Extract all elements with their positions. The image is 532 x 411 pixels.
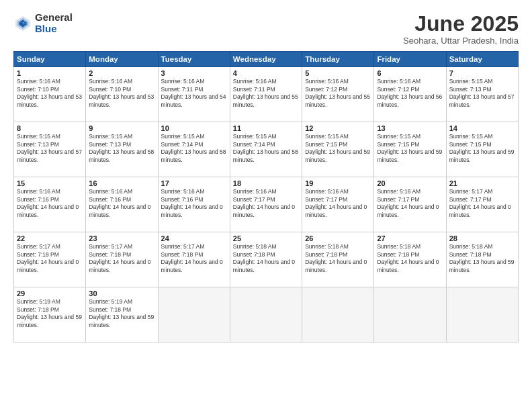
day-info: Sunrise: 5:16 AM Sunset: 7:16 PM Dayligh… [161, 188, 227, 219]
calendar-week-4: 22 Sunrise: 5:17 AM Sunset: 7:18 PM Dayl… [14, 232, 519, 287]
header-sunday: Sunday [14, 52, 86, 67]
day-info: Sunrise: 5:15 AM Sunset: 7:15 PM Dayligh… [377, 133, 443, 164]
empty-cell [446, 287, 518, 342]
day-cell-21: 21 Sunrise: 5:17 AM Sunset: 7:17 PM Dayl… [446, 177, 518, 232]
day-number: 17 [161, 179, 227, 187]
day-number: 25 [233, 234, 299, 242]
day-number: 1 [17, 69, 83, 77]
logo-blue: Blue [35, 24, 73, 35]
day-number: 28 [449, 234, 515, 242]
calendar-week-3: 15 Sunrise: 5:16 AM Sunset: 7:16 PM Dayl… [14, 177, 519, 232]
day-number: 19 [305, 179, 371, 187]
day-cell-19: 19 Sunrise: 5:16 AM Sunset: 7:17 PM Dayl… [302, 177, 374, 232]
empty-cell [230, 287, 302, 342]
day-cell-11: 11 Sunrise: 5:15 AM Sunset: 7:14 PM Dayl… [230, 122, 302, 177]
empty-cell [158, 287, 230, 342]
header-monday: Monday [86, 52, 158, 67]
day-number: 8 [17, 124, 83, 132]
day-cell-26: 26 Sunrise: 5:18 AM Sunset: 7:18 PM Dayl… [302, 232, 374, 287]
day-info: Sunrise: 5:16 AM Sunset: 7:10 PM Dayligh… [17, 78, 83, 109]
day-cell-7: 7 Sunrise: 5:15 AM Sunset: 7:13 PM Dayli… [446, 67, 518, 122]
day-number: 30 [89, 289, 154, 298]
header-thursday: Thursday [302, 52, 374, 67]
calendar-week-2: 8 Sunrise: 5:15 AM Sunset: 7:13 PM Dayli… [14, 122, 519, 177]
day-info: Sunrise: 5:16 AM Sunset: 7:17 PM Dayligh… [233, 188, 299, 219]
day-number: 18 [233, 179, 299, 187]
day-number: 24 [161, 234, 227, 242]
day-info: Sunrise: 5:15 AM Sunset: 7:14 PM Dayligh… [233, 133, 299, 164]
day-cell-28: 28 Sunrise: 5:18 AM Sunset: 7:18 PM Dayl… [446, 232, 518, 287]
day-info: Sunrise: 5:15 AM Sunset: 7:15 PM Dayligh… [449, 133, 515, 164]
day-info: Sunrise: 5:16 AM Sunset: 7:17 PM Dayligh… [377, 188, 443, 219]
day-info: Sunrise: 5:17 AM Sunset: 7:17 PM Dayligh… [449, 188, 515, 219]
day-number: 3 [161, 69, 227, 77]
empty-cell [302, 287, 374, 342]
day-cell-15: 15 Sunrise: 5:16 AM Sunset: 7:16 PM Dayl… [14, 177, 86, 232]
day-cell-24: 24 Sunrise: 5:17 AM Sunset: 7:18 PM Dayl… [158, 232, 230, 287]
day-cell-30: 30 Sunrise: 5:19 AM Sunset: 7:18 PM Dayl… [86, 287, 158, 342]
day-info: Sunrise: 5:15 AM Sunset: 7:13 PM Dayligh… [89, 133, 154, 164]
day-number: 13 [377, 124, 443, 132]
day-cell-14: 14 Sunrise: 5:15 AM Sunset: 7:15 PM Dayl… [446, 122, 518, 177]
day-cell-23: 23 Sunrise: 5:17 AM Sunset: 7:18 PM Dayl… [86, 232, 158, 287]
day-cell-20: 20 Sunrise: 5:16 AM Sunset: 7:17 PM Dayl… [374, 177, 446, 232]
header-friday: Friday [374, 52, 446, 67]
day-info: Sunrise: 5:17 AM Sunset: 7:18 PM Dayligh… [89, 243, 154, 274]
day-number: 23 [89, 234, 154, 242]
day-info: Sunrise: 5:15 AM Sunset: 7:13 PM Dayligh… [17, 133, 83, 164]
day-info: Sunrise: 5:15 AM Sunset: 7:15 PM Dayligh… [305, 133, 371, 164]
day-number: 16 [89, 179, 154, 187]
day-cell-18: 18 Sunrise: 5:16 AM Sunset: 7:17 PM Dayl… [230, 177, 302, 232]
day-cell-9: 9 Sunrise: 5:15 AM Sunset: 7:13 PM Dayli… [86, 122, 158, 177]
day-cell-6: 6 Sunrise: 5:16 AM Sunset: 7:12 PM Dayli… [374, 67, 446, 122]
day-info: Sunrise: 5:18 AM Sunset: 7:18 PM Dayligh… [305, 243, 371, 274]
day-info: Sunrise: 5:16 AM Sunset: 7:16 PM Dayligh… [89, 188, 154, 219]
day-number: 29 [17, 289, 83, 298]
day-cell-16: 16 Sunrise: 5:16 AM Sunset: 7:16 PM Dayl… [86, 177, 158, 232]
day-number: 27 [377, 234, 443, 242]
day-cell-13: 13 Sunrise: 5:15 AM Sunset: 7:15 PM Dayl… [374, 122, 446, 177]
day-cell-4: 4 Sunrise: 5:16 AM Sunset: 7:11 PM Dayli… [230, 67, 302, 122]
header: General Blue June 2025 Seohara, Uttar Pr… [13, 12, 519, 46]
day-number: 14 [449, 124, 515, 132]
day-info: Sunrise: 5:19 AM Sunset: 7:18 PM Dayligh… [89, 298, 154, 329]
month-title: June 2025 [403, 12, 519, 36]
day-cell-10: 10 Sunrise: 5:15 AM Sunset: 7:14 PM Dayl… [158, 122, 230, 177]
day-number: 15 [17, 179, 83, 187]
day-number: 26 [305, 234, 371, 242]
day-info: Sunrise: 5:16 AM Sunset: 7:16 PM Dayligh… [17, 188, 83, 219]
day-cell-5: 5 Sunrise: 5:16 AM Sunset: 7:12 PM Dayli… [302, 67, 374, 122]
day-number: 9 [89, 124, 154, 132]
day-cell-25: 25 Sunrise: 5:18 AM Sunset: 7:18 PM Dayl… [230, 232, 302, 287]
title-area: June 2025 Seohara, Uttar Pradesh, India [403, 12, 519, 46]
day-info: Sunrise: 5:16 AM Sunset: 7:17 PM Dayligh… [305, 188, 371, 219]
day-cell-1: 1 Sunrise: 5:16 AM Sunset: 7:10 PM Dayli… [14, 67, 86, 122]
day-info: Sunrise: 5:16 AM Sunset: 7:12 PM Dayligh… [377, 78, 443, 109]
day-number: 4 [233, 69, 299, 77]
calendar-header-row: Sunday Monday Tuesday Wednesday Thursday… [14, 52, 519, 67]
calendar-week-5: 29 Sunrise: 5:19 AM Sunset: 7:18 PM Dayl… [14, 287, 519, 342]
day-number: 21 [449, 179, 515, 187]
day-info: Sunrise: 5:15 AM Sunset: 7:14 PM Dayligh… [161, 133, 227, 164]
day-cell-29: 29 Sunrise: 5:19 AM Sunset: 7:18 PM Dayl… [14, 287, 86, 342]
day-number: 10 [161, 124, 227, 132]
day-number: 6 [377, 69, 443, 77]
day-info: Sunrise: 5:18 AM Sunset: 7:18 PM Dayligh… [449, 243, 515, 274]
day-cell-12: 12 Sunrise: 5:15 AM Sunset: 7:15 PM Dayl… [302, 122, 374, 177]
day-number: 11 [233, 124, 299, 132]
header-saturday: Saturday [446, 52, 518, 67]
day-cell-2: 2 Sunrise: 5:16 AM Sunset: 7:10 PM Dayli… [86, 67, 158, 122]
logo-general: General [35, 12, 73, 24]
calendar-page: General Blue June 2025 Seohara, Uttar Pr… [0, 0, 532, 411]
day-info: Sunrise: 5:16 AM Sunset: 7:12 PM Dayligh… [305, 78, 371, 109]
day-info: Sunrise: 5:17 AM Sunset: 7:18 PM Dayligh… [161, 243, 227, 274]
logo-text: General Blue [35, 12, 73, 34]
day-number: 20 [377, 179, 443, 187]
day-info: Sunrise: 5:18 AM Sunset: 7:18 PM Dayligh… [233, 243, 299, 274]
day-info: Sunrise: 5:19 AM Sunset: 7:18 PM Dayligh… [17, 298, 83, 329]
day-cell-8: 8 Sunrise: 5:15 AM Sunset: 7:13 PM Dayli… [14, 122, 86, 177]
day-info: Sunrise: 5:16 AM Sunset: 7:10 PM Dayligh… [89, 78, 154, 109]
day-number: 7 [449, 69, 515, 77]
day-cell-22: 22 Sunrise: 5:17 AM Sunset: 7:18 PM Dayl… [14, 232, 86, 287]
calendar-table: Sunday Monday Tuesday Wednesday Thursday… [13, 51, 519, 342]
